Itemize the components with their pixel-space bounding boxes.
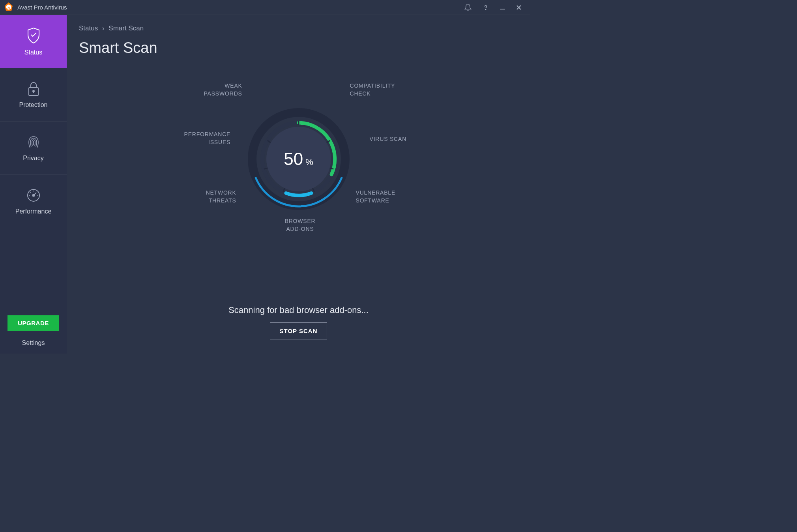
sidebar-item-status[interactable]: Status xyxy=(0,15,67,68)
breadcrumb: Status › Smart Scan xyxy=(79,24,518,32)
scan-status-text: Scanning for bad browser add-ons... xyxy=(79,305,518,315)
svg-line-16 xyxy=(30,192,31,193)
scan-label-weak-passwords: WEAK PASSWORDS xyxy=(204,82,242,97)
breadcrumb-item[interactable]: Status xyxy=(79,24,98,32)
scan-label-vulnerable-software: VULNERABLE SOFTWARE xyxy=(356,189,396,204)
sidebar-item-privacy[interactable]: Privacy xyxy=(0,122,67,175)
stop-scan-button[interactable]: STOP SCAN xyxy=(270,322,327,339)
svg-point-3 xyxy=(485,9,486,9)
close-icon[interactable] xyxy=(516,4,522,11)
svg-text:a: a xyxy=(7,5,10,9)
sidebar-item-label: Privacy xyxy=(23,155,43,162)
titlebar-controls xyxy=(464,4,526,11)
avast-logo-icon: a xyxy=(4,2,13,13)
shield-check-icon xyxy=(26,27,41,44)
scan-label-browser-addons: BROWSER ADD-ONS xyxy=(285,217,316,233)
sidebar-item-performance[interactable]: Performance xyxy=(0,175,67,228)
sidebar-item-label: Performance xyxy=(15,208,52,215)
app-title: Avast Pro Antivirus xyxy=(17,4,67,11)
svg-point-8 xyxy=(33,90,34,92)
sidebar-item-label: Status xyxy=(24,49,42,56)
lock-icon xyxy=(27,81,40,97)
main-content: Status › Smart Scan Smart Scan xyxy=(67,15,530,354)
scan-percent: 50 % xyxy=(284,149,313,169)
page-title: Smart Scan xyxy=(79,39,518,56)
scan-percent-sign: % xyxy=(305,157,313,167)
sidebar-item-label: Protection xyxy=(19,101,47,109)
scan-label-virus-scan: VIRUS SCAN xyxy=(370,135,407,143)
bell-icon[interactable] xyxy=(464,4,472,11)
scan-label-network-threats: NETWORK THREATS xyxy=(206,189,236,204)
chevron-right-icon: › xyxy=(102,24,105,32)
titlebar: a Avast Pro Antivirus xyxy=(0,0,530,15)
sidebar-bottom: UPGRADE Settings xyxy=(0,315,67,354)
scan-percent-value: 50 xyxy=(284,149,303,169)
scan-dial-area: 50 % WEAK PASSWORDS COMPATIBILITY CHECK … xyxy=(79,80,518,305)
fingerprint-icon xyxy=(26,134,41,150)
sidebar-item-protection[interactable]: Protection xyxy=(0,68,67,122)
help-icon[interactable] xyxy=(482,4,490,11)
breadcrumb-item: Smart Scan xyxy=(109,24,144,32)
sidebar: Status Protection xyxy=(0,15,67,354)
upgrade-button[interactable]: UPGRADE xyxy=(7,315,59,331)
titlebar-left: a Avast Pro Antivirus xyxy=(4,2,67,13)
settings-link[interactable]: Settings xyxy=(22,339,45,347)
svg-line-12 xyxy=(34,193,36,195)
gauge-icon xyxy=(26,187,41,203)
minimize-icon[interactable] xyxy=(500,4,506,11)
scan-label-performance-issues: PERFORMANCE ISSUES xyxy=(184,131,231,146)
scan-label-compatibility-check: COMPATIBILITY CHECK xyxy=(350,82,395,97)
